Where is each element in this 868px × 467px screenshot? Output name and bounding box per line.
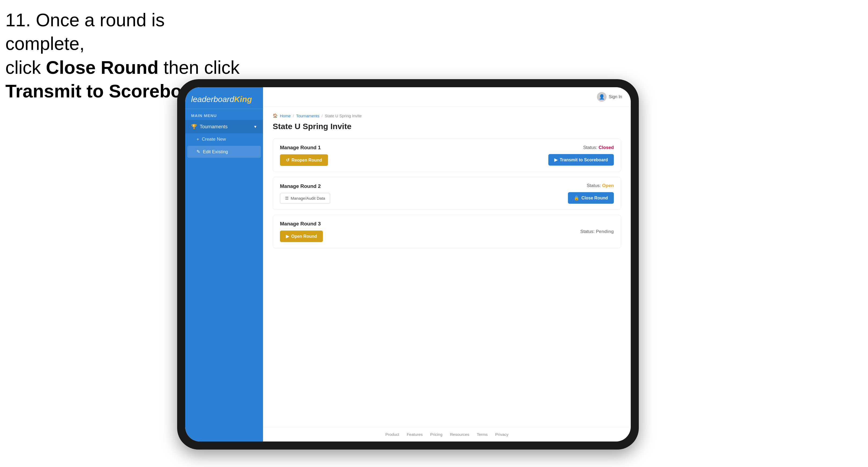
chevron-down-icon: ▼ <box>253 125 257 129</box>
sidebar-logo: leaderboardKing <box>185 87 263 109</box>
round-1-title: Manage Round 1 <box>280 145 328 151</box>
round-3-section: Manage Round 3 ▶ Open Round Status: Pend… <box>273 215 621 248</box>
round-3-right: Status: Pending <box>580 229 614 234</box>
plus-icon: + <box>196 136 199 142</box>
breadcrumb-current: State U Spring Invite <box>325 114 362 118</box>
app-layout: leaderboardKing MAIN MENU 🏆 Tournaments … <box>185 87 631 441</box>
round-3-status-value: Pending <box>596 229 614 234</box>
round-3-status: Status: Pending <box>580 229 614 234</box>
transmit-icon: ▶ <box>554 157 557 162</box>
close-round-label: Close Round <box>581 196 608 200</box>
sidebar-item-tournaments[interactable]: 🏆 Tournaments ▼ <box>185 120 263 133</box>
manage-audit-label: Manage/Audit Data <box>291 196 325 200</box>
breadcrumb-sep-1: / <box>293 114 294 118</box>
round-3-status-label: Status: <box>580 229 596 234</box>
footer-pricing[interactable]: Pricing <box>430 432 442 437</box>
edit-existing-label: Edit Existing <box>203 149 228 155</box>
open-round-label: Open Round <box>291 234 317 239</box>
round-2-status-value: Open <box>602 183 614 188</box>
sidebar: leaderboardKing MAIN MENU 🏆 Tournaments … <box>185 87 263 441</box>
breadcrumb-home[interactable]: Home <box>280 114 291 118</box>
avatar: 👤 <box>597 92 607 102</box>
reopen-round-button[interactable]: ↺ Reopen Round <box>280 154 328 166</box>
round-2-section: Manage Round 2 ☰ Manage/Audit Data Statu… <box>273 177 621 210</box>
transmit-to-scoreboard-button[interactable]: ▶ Transmit to Scoreboard <box>548 154 614 165</box>
edit-icon: ✎ <box>196 149 200 155</box>
round-2-left: Manage Round 2 ☰ Manage/Audit Data <box>280 183 330 204</box>
breadcrumb: 🏠 Home / Tournaments / State U Spring In… <box>273 113 621 118</box>
create-new-label: Create New <box>202 136 226 142</box>
footer-terms[interactable]: Terms <box>477 432 488 437</box>
instruction-line3: then click <box>158 57 240 77</box>
round-1-status-label: Status: <box>583 145 599 150</box>
round-1-status: Status: Closed <box>583 145 614 150</box>
transmit-label: Transmit to Scoreboard <box>560 158 608 162</box>
round-2-title: Manage Round 2 <box>280 183 330 189</box>
footer-features[interactable]: Features <box>407 432 423 437</box>
footer-product[interactable]: Product <box>385 432 399 437</box>
round-3-title: Manage Round 3 <box>280 221 323 227</box>
round-2-status-label: Status: <box>587 183 602 188</box>
page-content: 🏠 Home / Tournaments / State U Spring In… <box>263 107 631 427</box>
open-round-button[interactable]: ▶ Open Round <box>280 230 323 242</box>
round-1-section: Manage Round 1 ↺ Reopen Round Status: Cl… <box>273 138 621 172</box>
logo-leaderboard: leaderboard <box>191 95 234 103</box>
open-icon: ▶ <box>286 234 289 239</box>
sign-in-label: Sign In <box>609 94 622 99</box>
lock-icon: 🔒 <box>574 195 579 200</box>
logo: leaderboardKing <box>191 95 257 104</box>
close-round-button[interactable]: 🔒 Close Round <box>568 192 614 204</box>
round-3-left: Manage Round 3 ▶ Open Round <box>280 221 323 242</box>
round-1-status-value: Closed <box>598 145 614 150</box>
footer: Product Features Pricing Resources Terms… <box>263 427 631 441</box>
instruction-line2: click <box>5 57 46 77</box>
reopen-icon: ↺ <box>286 158 289 163</box>
breadcrumb-sep-2: / <box>321 114 322 118</box>
manage-audit-data-button[interactable]: ☰ Manage/Audit Data <box>280 193 330 204</box>
round-2-status: Status: Open <box>587 183 614 188</box>
user-icon: 👤 <box>599 94 605 100</box>
footer-resources[interactable]: Resources <box>450 432 469 437</box>
page-title: State U Spring Invite <box>273 122 621 131</box>
logo-king: King <box>234 95 252 103</box>
tournaments-label: Tournaments <box>200 124 227 130</box>
home-icon: 🏠 <box>273 113 278 118</box>
tablet-screen: leaderboardKing MAIN MENU 🏆 Tournaments … <box>185 87 631 441</box>
round-1-left: Manage Round 1 ↺ Reopen Round <box>280 145 328 166</box>
trophy-icon: 🏆 <box>191 124 197 130</box>
round-2-right: Status: Open 🔒 Close Round <box>568 183 614 204</box>
audit-icon: ☰ <box>285 196 288 201</box>
instruction-line1: 11. Once a round is complete, <box>5 10 164 54</box>
sidebar-item-create-new[interactable]: + Create New <box>185 133 263 145</box>
tablet-frame: leaderboardKing MAIN MENU 🏆 Tournaments … <box>177 79 639 449</box>
round-1-right: Status: Closed ▶ Transmit to Scoreboard <box>548 145 614 165</box>
instruction-bold1: Close Round <box>46 57 158 77</box>
reopen-round-label: Reopen Round <box>291 158 322 163</box>
breadcrumb-tournaments[interactable]: Tournaments <box>296 114 319 118</box>
main-menu-label: MAIN MENU <box>185 109 263 120</box>
footer-privacy[interactable]: Privacy <box>495 432 508 437</box>
sign-in-button[interactable]: 👤 Sign In <box>597 92 622 102</box>
main-content: 👤 Sign In 🏠 Home / Tournaments / State U <box>263 87 631 441</box>
top-nav: 👤 Sign In <box>263 87 631 107</box>
sidebar-item-edit-existing[interactable]: ✎ Edit Existing <box>187 146 261 158</box>
